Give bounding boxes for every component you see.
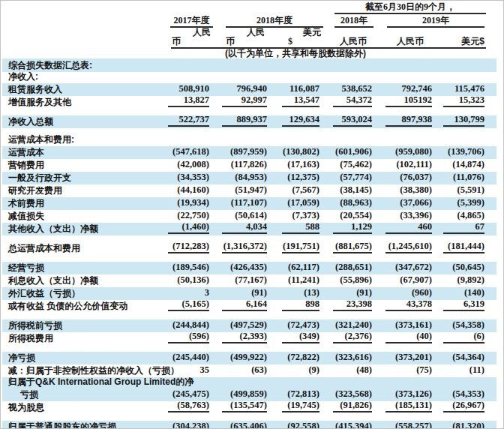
cell-value: 897,938 — [372, 112, 432, 127]
cell-value: (92,558) — [267, 418, 320, 429]
cell-value: (40) — [372, 328, 432, 344]
spacer-row — [2, 128, 496, 135]
row-label: 研究开发费用 — [8, 186, 138, 196]
row-label: 利息收入（支出）净额 — [8, 276, 138, 286]
col-header-2018: 2018年 — [334, 16, 374, 26]
cell-value: (135,547) — [209, 398, 267, 412]
cell-value: (76,037) — [372, 170, 432, 183]
year-rule-2019 — [387, 26, 484, 28]
cell-value: (373,201) — [372, 350, 432, 363]
cell-value: (130,802) — [267, 144, 320, 158]
cell-value: (50,645) — [432, 260, 484, 273]
cell-value: (5,165) — [138, 296, 209, 311]
cell-value: 889,937 — [209, 112, 267, 127]
table-row: 增值服务及其他13,82792,99713,54754,37210519215,… — [2, 96, 496, 109]
cell-value: (14,874) — [432, 157, 484, 170]
cell-value: (75) — [372, 362, 432, 376]
cell-value: 6,319 — [432, 296, 484, 311]
table-row: 或有收益 负债的公允价值变动(5,165)6,16489823,39843,37… — [2, 300, 496, 313]
cell-value: (26,967) — [432, 398, 484, 412]
cell-value: (959,080) — [372, 144, 432, 158]
cell-value: (9,892) — [432, 272, 484, 286]
cell-value: (349) — [267, 328, 320, 344]
cell-value: 15,323 — [432, 92, 484, 107]
cell-value: (37,066) — [372, 195, 432, 208]
cell-value: 130,799 — [432, 112, 484, 127]
cell-value: (1,245,610) — [372, 238, 432, 254]
currency-header: 美元$ — [438, 37, 484, 46]
cell-value: (5,399) — [432, 195, 484, 208]
cell-value: (19,934) — [138, 195, 209, 208]
cell-value: (499,922) — [209, 350, 267, 363]
cell-value: (415,394) — [320, 418, 372, 429]
row-label: 外汇收益（亏损） — [8, 289, 138, 298]
cell-value: (34,353) — [138, 170, 209, 183]
year-rule-2018 — [334, 26, 374, 28]
cell-value: (601,906) — [320, 144, 372, 158]
cell-value: (189,546) — [138, 260, 209, 273]
table-row: 所得税费用(596)(2,393)(349)(2,376)(40)(6) — [2, 332, 496, 345]
table-header: 截至6月30日的9个月， 2017年度 2018年度 2018年 2019年 人… — [1, 1, 503, 58]
cell-value: (304,238) — [138, 418, 209, 429]
currency-header: 币 — [226, 37, 265, 46]
nine-month-rule — [334, 13, 486, 14]
row-label: 所得税前亏损 — [8, 321, 138, 331]
cell-value: (67,907) — [372, 272, 432, 286]
cell-value: (81,320) — [432, 418, 484, 429]
cell-value: 129,634 — [267, 112, 320, 127]
row-label: 净收入总额 — [8, 117, 138, 127]
row-label: 经营亏损 — [8, 263, 138, 273]
currency-header: $ — [288, 37, 327, 46]
section-title: 综合损失数据汇总表: — [8, 61, 484, 70]
row-label: 增值服务及其他 — [8, 98, 138, 107]
row-label: 运营成本 — [8, 148, 138, 158]
cell-value: 105192 — [372, 92, 432, 107]
cell-value: (9) — [267, 362, 320, 376]
cell-value: 92,997 — [209, 92, 267, 107]
table-row: 总运营成本和费用(712,283)(1,316,372)(191,751)(88… — [2, 242, 496, 255]
row-label: 一般及行政开支 — [8, 173, 138, 183]
cell-value: (12,375) — [267, 170, 320, 183]
cell-value: (323,616) — [320, 350, 372, 363]
cell-value: (77,167) — [209, 272, 267, 286]
row-label: 归属于普通股股东的净亏损 — [8, 422, 138, 429]
cell-value: (17,163) — [267, 157, 320, 170]
cell-value: (42,008) — [138, 157, 209, 170]
cell-value: 23,398 — [320, 296, 372, 311]
cell-value: (558,257) — [372, 418, 432, 429]
cell-value: (51,947) — [209, 182, 267, 196]
row-label: 总运营成本和费用 — [8, 244, 138, 254]
col-header-2019: 2019年 — [387, 16, 484, 26]
cell-value: (897,959) — [209, 144, 267, 158]
cell-value: (185,131) — [372, 398, 432, 412]
cell-value: 4,034 — [209, 219, 267, 234]
table-row: 减：归属于非控制性权益的净收入（亏损）35(63)(9)(48)(75)(11) — [2, 364, 496, 377]
row-label: 亏损 — [8, 390, 138, 400]
row-label: 减：归属于非控制性权益的净收入（亏损） — [8, 366, 138, 376]
cell-value: (139,706) — [432, 144, 484, 158]
table-row: 净收入总额522,737889,937129,634593,024897,938… — [2, 116, 496, 128]
cell-value: (75,462) — [320, 157, 372, 170]
cell-value: (44,160) — [138, 182, 209, 196]
cell-value: (102,111) — [372, 157, 432, 170]
cell-value: (181,444) — [432, 238, 484, 254]
cell-value: 13,827 — [138, 92, 209, 107]
cell-value: (62,117) — [267, 260, 320, 273]
cell-value: (245,440) — [138, 350, 209, 363]
cell-value: (72,822) — [267, 350, 320, 363]
cell-value: (5,591) — [432, 182, 484, 196]
table-row: 归属于普通股股东的净亏损(304,238)(635,406)(92,558)(4… — [2, 421, 496, 429]
financial-table: 截至6月30日的9个月， 2017年度 2018年度 2018年 2019年 人… — [0, 0, 504, 429]
cell-value: (91,826) — [320, 398, 372, 412]
row-label: 减值损失 — [8, 212, 138, 221]
cell-value: (117,107) — [209, 195, 267, 208]
cell-value: (1,316,372) — [209, 238, 267, 254]
cell-value: (55,896) — [320, 272, 372, 286]
cell-value: (7,567) — [267, 182, 320, 196]
cell-value: (48) — [320, 362, 372, 376]
cell-value: (881,675) — [320, 238, 372, 254]
currency-header: 人民币 — [333, 37, 374, 46]
cell-value: (38,145) — [320, 182, 372, 196]
row-label: 所得税费用 — [8, 334, 138, 344]
cell-value: (17,059) — [267, 195, 320, 208]
